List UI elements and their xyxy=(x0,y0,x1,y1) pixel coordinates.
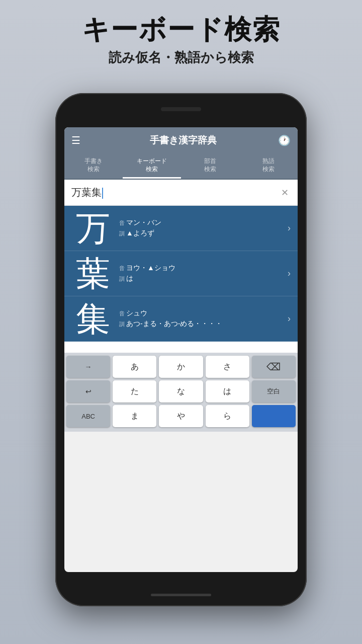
kun-reading-1: 訓は xyxy=(119,274,284,283)
key-ha[interactable]: は xyxy=(206,380,249,403)
key-ma[interactable]: ま xyxy=(113,405,156,427)
search-bar[interactable]: 万葉集 ✕ xyxy=(64,180,298,206)
key-na[interactable]: な xyxy=(159,380,203,403)
key-return[interactable]: ↩ xyxy=(66,380,110,403)
tab-handwriting[interactable]: 手書き 検索 xyxy=(64,153,123,179)
key-abc[interactable]: ABC xyxy=(66,405,110,427)
phone-screen: ☰ 手書き漢字辞典 🕐 手書き 検索 キーボード 検索 部首 検索 熟語 検索 … xyxy=(64,127,298,572)
main-title: キーボード検索 xyxy=(0,15,362,45)
key-ka[interactable]: か xyxy=(159,356,203,378)
on-reading-0: 音マン・バン xyxy=(119,218,284,227)
kun-reading-2: 訓あつ-まる・あつ-める・・・・ xyxy=(119,319,284,329)
key-sa[interactable]: さ xyxy=(206,356,249,378)
tab-compound[interactable]: 熟語 検索 xyxy=(239,153,298,179)
title-area: キーボード検索 読み仮名・熟語から検索 xyxy=(0,15,362,66)
tab-keyboard[interactable]: キーボード 検索 xyxy=(123,153,181,179)
results-list: 万 音マン・バン 訓▲よろず › 葉 音ヨウ・▲ショウ xyxy=(64,206,298,342)
kanji-char-1: 葉 xyxy=(71,257,114,291)
search-input[interactable]: 万葉集 xyxy=(71,184,279,201)
chevron-icon-1: › xyxy=(284,268,291,279)
kanji-char-2: 集 xyxy=(71,302,114,336)
chevron-icon-2: › xyxy=(284,313,291,324)
white-gap xyxy=(64,342,298,353)
on-reading-1: 音ヨウ・▲ショウ xyxy=(119,264,284,273)
key-backspace[interactable]: ⌫ xyxy=(252,356,296,378)
sub-title: 読み仮名・熟語から検索 xyxy=(0,49,362,66)
kun-reading-0: 訓▲よろず xyxy=(119,229,284,238)
clear-button[interactable]: ✕ xyxy=(279,185,291,200)
kanji-char-0: 万 xyxy=(71,211,114,246)
keyboard-row-3: ABC ま や ら xyxy=(66,405,296,427)
phone-frame: ☰ 手書き漢字辞典 🕐 手書き 検索 キーボード 検索 部首 検索 熟語 検索 … xyxy=(55,93,307,606)
phone-home-indicator xyxy=(151,594,211,596)
history-icon[interactable]: 🕐 xyxy=(278,134,291,146)
keyboard-area: → あ か さ ⌫ ↩ た な は 空白 ABC ま や ら xyxy=(64,353,298,432)
tab-radical[interactable]: 部首 検索 xyxy=(181,153,239,179)
keyboard-row-1: → あ か さ ⌫ xyxy=(66,356,296,378)
text-cursor xyxy=(102,188,103,199)
result-item-2[interactable]: 集 音シュウ 訓あつ-まる・あつ-める・・・・ › xyxy=(64,296,298,342)
key-arrow-right[interactable]: → xyxy=(66,356,110,378)
kanji-info-2: 音シュウ 訓あつ-まる・あつ-める・・・・ xyxy=(114,309,284,329)
key-ya[interactable]: や xyxy=(159,405,203,427)
key-space[interactable]: 空白 xyxy=(252,380,296,403)
keyboard-row-2: ↩ た な は 空白 xyxy=(66,380,296,403)
chevron-icon-0: › xyxy=(284,223,291,233)
on-reading-2: 音シュウ xyxy=(119,309,284,318)
app-header: ☰ 手書き漢字辞典 🕐 xyxy=(64,127,298,153)
result-item-1[interactable]: 葉 音ヨウ・▲ショウ 訓は › xyxy=(64,251,298,296)
key-ra[interactable]: ら xyxy=(206,405,249,427)
key-a[interactable]: あ xyxy=(113,356,156,378)
key-enter[interactable] xyxy=(252,405,296,427)
menu-icon[interactable]: ☰ xyxy=(71,134,80,146)
tab-bar: 手書き 検索 キーボード 検索 部首 検索 熟語 検索 xyxy=(64,153,298,180)
key-ta[interactable]: た xyxy=(113,380,156,403)
kanji-info-0: 音マン・バン 訓▲よろず xyxy=(114,218,284,238)
phone-speaker xyxy=(161,107,201,111)
kanji-info-1: 音ヨウ・▲ショウ 訓は xyxy=(114,264,284,283)
app-title: 手書き漢字辞典 xyxy=(88,134,278,147)
result-item-0[interactable]: 万 音マン・バン 訓▲よろず › xyxy=(64,206,298,251)
